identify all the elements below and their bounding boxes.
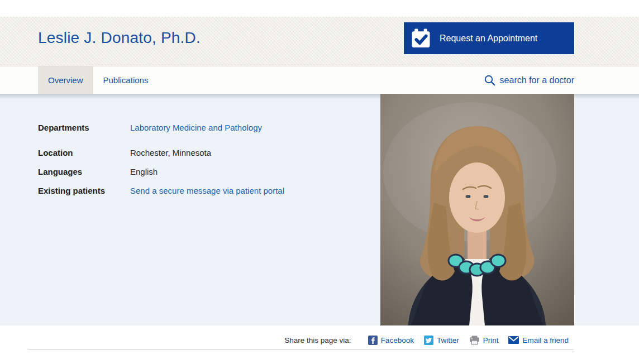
tab-bar: Overview Publications search for a docto…	[0, 66, 639, 94]
field-label: Location	[38, 147, 130, 159]
page-title: Leslie J. Donato, Ph.D.	[38, 29, 201, 47]
tab-publications[interactable]: Publications	[93, 66, 159, 94]
share-twitter-label: Twitter	[437, 336, 459, 344]
field-label: Existing patients	[38, 185, 130, 197]
share-print-label: Print	[483, 336, 499, 344]
patient-portal-link[interactable]: Send a secure message via patient portal	[130, 185, 284, 197]
print-icon	[469, 336, 480, 345]
search-label: search for a doctor	[500, 75, 574, 85]
footer-divider	[28, 349, 574, 350]
tab-publications-label: Publications	[103, 75, 149, 85]
share-email-link[interactable]: Email a friend	[508, 336, 569, 344]
profile-content: Departments Laboratory Medicine and Path…	[0, 94, 639, 325]
share-twitter-link[interactable]: Twitter	[424, 336, 459, 345]
share-row: Share this page via: Facebook Twitter	[0, 334, 639, 346]
search-icon	[484, 74, 496, 87]
facebook-icon	[368, 336, 378, 345]
share-footer: Share this page via: Facebook Twitter	[0, 325, 639, 364]
departments-link[interactable]: Laboratory Medicine and Pathology	[130, 122, 262, 133]
share-facebook-label: Facebook	[381, 336, 414, 344]
twitter-icon	[424, 336, 433, 345]
share-label: Share this page via:	[284, 336, 351, 344]
field-value: English	[130, 166, 158, 178]
share-facebook-link[interactable]: Facebook	[368, 336, 414, 345]
tab-overview[interactable]: Overview	[38, 66, 93, 94]
doctor-profile-page: Leslie J. Donato, Ph.D. Request an Appoi…	[0, 0, 639, 364]
calendar-check-icon	[411, 28, 431, 49]
share-email-label: Email a friend	[522, 336, 569, 344]
request-appointment-button[interactable]: Request an Appointment	[404, 22, 574, 54]
field-value: Rochester, Minnesota	[130, 147, 211, 159]
request-appointment-label: Request an Appointment	[440, 33, 537, 44]
page-header: Leslie J. Donato, Ph.D. Request an Appoi…	[0, 17, 639, 66]
doctor-portrait-photo	[380, 94, 574, 325]
email-icon	[508, 336, 519, 344]
share-print-link[interactable]: Print	[469, 336, 499, 345]
tab-overview-label: Overview	[48, 75, 83, 85]
top-white-strip	[0, 0, 639, 17]
search-for-doctor[interactable]: search for a doctor	[484, 66, 574, 94]
field-label: Languages	[38, 166, 130, 178]
field-label: Departments	[38, 122, 130, 133]
